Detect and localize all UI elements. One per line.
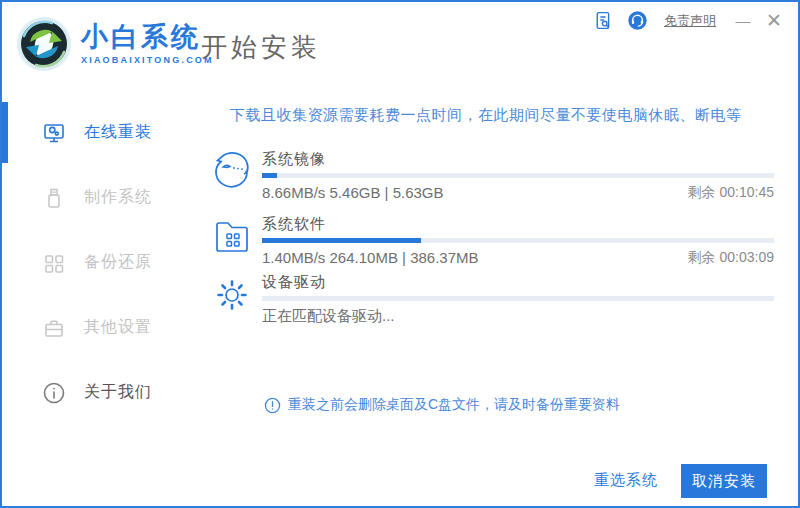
sidebar-item-label: 在线重装: [84, 122, 152, 143]
task-label: 系统镜像: [262, 150, 326, 169]
progress-fill: [262, 173, 277, 178]
sidebar-item-label: 制作系统: [84, 187, 152, 208]
sidebar: 在线重装 制作系统 备份还原 其他设置: [2, 100, 202, 425]
sidebar-item-online-reinstall[interactable]: 在线重装: [2, 100, 202, 165]
sidebar-item-label: 备份还原: [84, 252, 152, 273]
folder-apps-icon: [210, 215, 254, 259]
sidebar-item-make-system[interactable]: 制作系统: [2, 165, 202, 230]
sidebar-item-label: 其他设置: [84, 317, 152, 338]
sidebar-item-other-settings[interactable]: 其他设置: [2, 295, 202, 360]
info-circle-icon: [42, 381, 66, 405]
progress-bar: [262, 296, 774, 301]
license-document-icon[interactable]: [592, 10, 613, 31]
disclaimer-link[interactable]: 免责声明: [664, 12, 716, 30]
monitor-icon: [42, 121, 66, 145]
task-time-remaining: 剩余 00:03:09: [688, 249, 774, 267]
task-speed-detail: 8.66MB/s 5.46GB | 5.63GB: [262, 184, 444, 201]
progress-bar: [262, 173, 774, 178]
minimize-button[interactable]: —: [734, 12, 752, 29]
app-window: 小白系统 XIAOBAIXITONG.COM 开始安装 免责声明 — ✕: [0, 0, 800, 508]
logo-subtitle: XIAOBAIXITONG.COM: [81, 55, 214, 65]
task-label: 设备驱动: [262, 273, 326, 292]
toolbox-icon: [42, 316, 66, 340]
task-status-text: 正在匹配设备驱动...: [262, 307, 395, 326]
sidebar-item-about-us[interactable]: 关于我们: [2, 360, 202, 425]
task-label: 系统软件: [262, 215, 326, 234]
logo-text: 小白系统 XIAOBAIXITONG.COM: [81, 23, 214, 66]
customer-service-icon[interactable]: [627, 10, 648, 31]
backup-warning-note: 重装之前会删除桌面及C盘文件，请及时备份重要资料: [264, 396, 620, 414]
sidebar-item-backup-restore[interactable]: 备份还原: [2, 230, 202, 295]
progress-bar: [262, 238, 774, 243]
app-logo: 小白系统 XIAOBAIXITONG.COM: [16, 16, 214, 72]
gear-icon: [210, 273, 254, 317]
blocks-grid-icon: [42, 251, 66, 275]
logo-swirl-icon: [16, 16, 72, 72]
logo-title: 小白系统: [81, 23, 214, 53]
sidebar-item-label: 关于我们: [84, 382, 152, 403]
download-notice-text: 下载且收集资源需要耗费一点时间，在此期间尽量不要使电脑休眠、断电等: [230, 106, 775, 125]
task-time-remaining: 剩余 00:10:45: [688, 184, 774, 202]
progress-fill: [262, 238, 421, 243]
close-button[interactable]: ✕: [764, 9, 784, 32]
alert-circle-icon: [264, 397, 281, 414]
titlebar-controls: 免责声明 — ✕: [578, 9, 784, 32]
usb-drive-icon: [42, 186, 66, 210]
reselect-system-button[interactable]: 重选系统: [594, 471, 658, 490]
active-indicator: [2, 102, 8, 163]
task-speed-detail: 1.40MB/s 264.10MB | 386.37MB: [262, 249, 479, 266]
backup-warning-text: 重装之前会删除桌面及C盘文件，请及时备份重要资料: [288, 396, 620, 414]
cancel-install-button[interactable]: 取消安装: [681, 464, 767, 498]
page-title: 开始安装: [201, 30, 321, 65]
mascot-face-icon: [210, 150, 254, 194]
